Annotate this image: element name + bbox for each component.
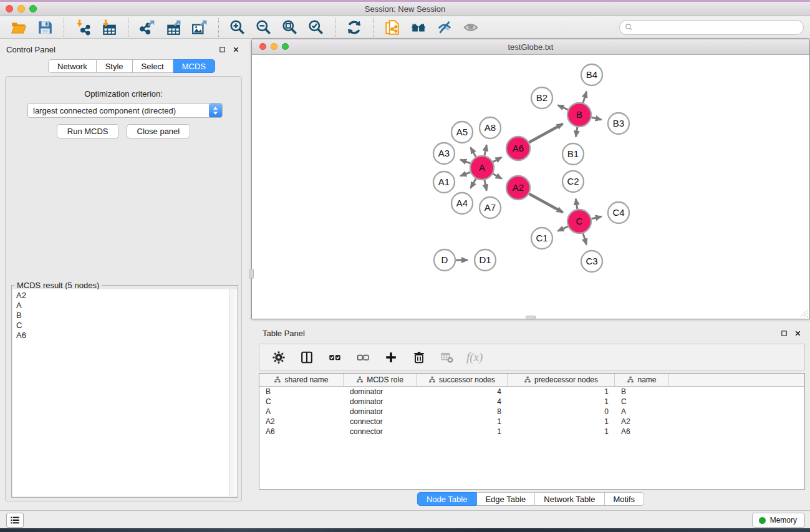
zoom-selected-button[interactable] xyxy=(306,18,327,37)
float-table-panel-icon[interactable] xyxy=(779,328,789,338)
edge-A-A7[interactable] xyxy=(485,180,486,191)
edge-B-B3[interactable] xyxy=(592,117,602,120)
table-row[interactable]: Cdominator41C xyxy=(259,397,804,407)
export-image-button[interactable] xyxy=(189,18,210,37)
mcds-result-item[interactable]: A xyxy=(12,301,229,311)
network-canvas[interactable]: B4B2BB3A8A5A6A3B1AC2A1A2A4A7C4CC1C3DD1 xyxy=(253,55,809,319)
search-input[interactable] xyxy=(636,22,798,32)
float-panel-icon[interactable] xyxy=(217,44,227,54)
node-A7[interactable]: A7 xyxy=(480,197,501,218)
columns-button[interactable] xyxy=(298,348,316,367)
node-A6[interactable]: A6 xyxy=(506,137,530,160)
node-C2[interactable]: C2 xyxy=(562,171,584,192)
zoom-fit-button[interactable] xyxy=(279,18,301,37)
select-all-columns-button[interactable] xyxy=(326,348,344,367)
tab-edge-table[interactable]: Edge Table xyxy=(476,492,535,506)
deselect-all-columns-button[interactable] xyxy=(354,348,372,367)
node-B2[interactable]: B2 xyxy=(531,87,552,109)
edge-A2-C[interactable] xyxy=(529,194,563,213)
add-column-button[interactable] xyxy=(382,348,400,367)
network-maximize-button[interactable] xyxy=(282,43,289,50)
import-network-button[interactable] xyxy=(72,18,94,37)
node-D[interactable]: D xyxy=(434,249,455,271)
home-button[interactable] xyxy=(408,18,429,37)
delete-column-button[interactable] xyxy=(410,348,428,367)
column-header-MCDS-role[interactable]: MCDS role xyxy=(344,374,417,386)
edge-B-B2[interactable] xyxy=(558,105,568,110)
minimize-window-button[interactable] xyxy=(17,5,25,12)
node-B1[interactable]: B1 xyxy=(562,143,584,165)
node-C1[interactable]: C1 xyxy=(531,228,552,249)
close-window-button[interactable] xyxy=(6,5,13,12)
edge-A-A4[interactable] xyxy=(471,178,476,188)
node-D1[interactable]: D1 xyxy=(475,249,496,271)
edge-A6-B[interactable] xyxy=(529,124,563,143)
mcds-result-item[interactable]: A2 xyxy=(12,291,229,301)
node-C4[interactable]: C4 xyxy=(608,202,629,223)
refresh-button[interactable] xyxy=(344,18,365,37)
result-list-scrollbar[interactable] xyxy=(229,289,237,496)
edge-A-A6[interactable] xyxy=(493,157,502,162)
column-header-predecessor-nodes[interactable]: predecessor nodes xyxy=(508,374,615,386)
node-A1[interactable]: A1 xyxy=(433,172,455,193)
node-B4[interactable]: B4 xyxy=(581,64,602,85)
edge-C-C4[interactable] xyxy=(592,216,602,219)
resize-grip-icon[interactable] xyxy=(799,308,808,317)
edge-B-B1[interactable] xyxy=(576,127,577,137)
node-A8[interactable]: A8 xyxy=(480,117,501,138)
tab-select[interactable]: Select xyxy=(133,59,173,73)
tab-mcds[interactable]: MCDS xyxy=(173,59,215,73)
zoom-out-button[interactable] xyxy=(253,18,274,37)
node-A5[interactable]: A5 xyxy=(451,122,473,143)
mcds-result-item[interactable]: C xyxy=(12,321,229,331)
network-from-selection-button[interactable] xyxy=(382,18,403,37)
mcds-result-item[interactable]: B xyxy=(12,311,229,321)
show-graphics-details-button[interactable] xyxy=(434,18,455,37)
node-C3[interactable]: C3 xyxy=(581,251,602,272)
column-header-successor-nodes[interactable]: successor nodes xyxy=(417,374,508,386)
import-table-button[interactable] xyxy=(99,18,120,37)
memory-button[interactable]: Memory xyxy=(752,513,805,528)
network-window-titlebar[interactable]: testGlobe.txt xyxy=(252,39,809,55)
export-table-button[interactable] xyxy=(163,18,184,37)
edge-C-C3[interactable] xyxy=(583,233,587,244)
show-panels-button[interactable] xyxy=(6,513,24,528)
vertical-divider-handle[interactable] xyxy=(249,269,254,279)
open-file-button[interactable] xyxy=(8,18,29,37)
maximize-window-button[interactable] xyxy=(29,5,37,12)
tab-network-table[interactable]: Network Table xyxy=(535,492,604,506)
table-row[interactable]: A2connector11A2 xyxy=(259,417,804,427)
close-panel-icon[interactable] xyxy=(231,44,241,54)
tab-network[interactable]: Network xyxy=(48,59,97,73)
column-header-name[interactable]: name xyxy=(615,374,669,386)
mcds-result-item[interactable]: A6 xyxy=(12,331,229,341)
close-panel-button[interactable]: Close panel xyxy=(127,124,191,138)
node-A3[interactable]: A3 xyxy=(433,143,455,164)
tab-motifs[interactable]: Motifs xyxy=(604,492,644,506)
run-mcds-button[interactable]: Run MCDS xyxy=(57,124,119,138)
edge-A-A2[interactable] xyxy=(493,174,502,179)
node-A4[interactable]: A4 xyxy=(451,193,473,214)
edge-C-C1[interactable] xyxy=(558,226,568,231)
export-network-button[interactable] xyxy=(137,18,158,37)
node-C[interactable]: C xyxy=(567,210,591,233)
node-A[interactable]: A xyxy=(470,156,494,180)
table-row[interactable]: Adominator80A xyxy=(259,407,804,417)
table-row[interactable]: A6connector11A6 xyxy=(259,427,804,437)
node-B[interactable]: B xyxy=(567,103,591,127)
node-A2[interactable]: A2 xyxy=(506,176,530,200)
horizontal-divider-handle[interactable] xyxy=(526,316,536,320)
search-field[interactable] xyxy=(619,20,804,35)
edge-B-B4[interactable] xyxy=(583,92,587,103)
column-header-shared-name[interactable]: shared name xyxy=(259,374,344,386)
zoom-in-button[interactable] xyxy=(227,18,248,37)
edge-A-A5[interactable] xyxy=(471,147,476,157)
network-close-button[interactable] xyxy=(259,43,266,50)
edge-C-C2[interactable] xyxy=(576,199,577,210)
tab-style[interactable]: Style xyxy=(97,59,133,73)
optimization-criterion-dropdown[interactable]: largest connected component (directed) xyxy=(27,103,223,118)
edge-A-A8[interactable] xyxy=(485,145,486,155)
edge-A-A1[interactable] xyxy=(460,172,470,176)
tab-node-table[interactable]: Node Table xyxy=(417,492,477,506)
edge-A-A3[interactable] xyxy=(460,160,470,163)
